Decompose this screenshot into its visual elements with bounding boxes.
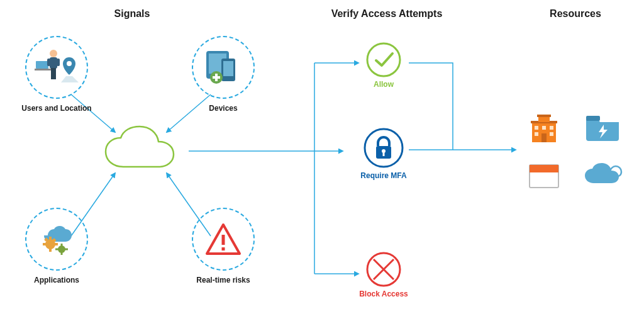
- svg-rect-29: [49, 248, 52, 252]
- folder-lightning-icon: [585, 113, 620, 142]
- svg-rect-41: [222, 247, 225, 251]
- block-icon: [355, 251, 412, 288]
- svg-rect-46: [383, 152, 385, 156]
- svg-rect-57: [535, 132, 538, 136]
- svg-point-18: [67, 61, 72, 66]
- svg-rect-35: [61, 244, 63, 247]
- svg-rect-36: [61, 252, 63, 255]
- applications-icon: [36, 223, 77, 256]
- svg-rect-16: [51, 68, 53, 79]
- resource-folder: [585, 113, 620, 142]
- svg-rect-60: [586, 116, 600, 121]
- label-block: Block Access: [355, 290, 412, 298]
- label-devices: Devices: [201, 104, 245, 113]
- svg-rect-14: [47, 59, 50, 66]
- calendar-icon: [528, 162, 560, 189]
- warning-icon: [204, 222, 242, 256]
- svg-rect-23: [223, 61, 233, 76]
- label-risks: Real-time risks: [192, 276, 255, 284]
- svg-rect-58: [550, 132, 553, 136]
- svg-rect-55: [542, 126, 546, 130]
- label-applications: Applications: [28, 276, 85, 284]
- svg-point-12: [50, 50, 57, 57]
- building-icon: [528, 113, 560, 145]
- title-verify: Verify Access Attempts: [318, 8, 456, 20]
- signal-devices: [192, 36, 255, 99]
- svg-rect-11: [35, 69, 51, 70]
- label-users-location: Users and Location: [16, 104, 97, 113]
- connector-lines: [0, 0, 644, 321]
- svg-point-42: [367, 43, 400, 76]
- resource-building: [528, 113, 560, 145]
- svg-rect-63: [530, 165, 558, 172]
- svg-rect-30: [43, 243, 47, 245]
- signal-users-location: [25, 36, 88, 99]
- title-signals: Signals: [88, 8, 176, 20]
- svg-rect-28: [49, 237, 52, 240]
- clouds-icon: [584, 160, 624, 188]
- resource-calendar: [528, 162, 560, 189]
- svg-rect-31: [54, 243, 58, 245]
- svg-rect-38: [65, 249, 68, 251]
- resource-cloud: [584, 160, 624, 188]
- svg-rect-37: [55, 249, 58, 251]
- svg-rect-17: [53, 68, 56, 79]
- title-resources: Resources: [538, 8, 613, 20]
- label-allow: Allow: [362, 80, 406, 89]
- lock-icon: [355, 126, 412, 170]
- user-location-icon: [35, 47, 79, 87]
- label-mfa: Require MFA: [355, 171, 412, 180]
- svg-rect-54: [535, 126, 538, 130]
- svg-rect-26: [213, 76, 220, 79]
- svg-rect-59: [541, 133, 547, 142]
- svg-rect-15: [57, 59, 60, 66]
- svg-marker-19: [61, 76, 79, 82]
- verify-block: Block Access: [355, 251, 412, 298]
- svg-rect-10: [36, 61, 48, 69]
- svg-rect-40: [222, 235, 225, 245]
- svg-rect-13: [50, 57, 57, 69]
- signal-applications: [25, 208, 88, 271]
- svg-rect-56: [550, 126, 553, 130]
- verify-mfa: Require MFA: [355, 126, 412, 180]
- cloud-icon: [101, 123, 189, 179]
- verify-allow: Allow: [362, 41, 406, 89]
- checkmark-icon: [362, 41, 406, 79]
- devices-icon: [203, 50, 244, 85]
- svg-rect-53: [537, 115, 551, 117]
- signal-risks: [192, 208, 255, 271]
